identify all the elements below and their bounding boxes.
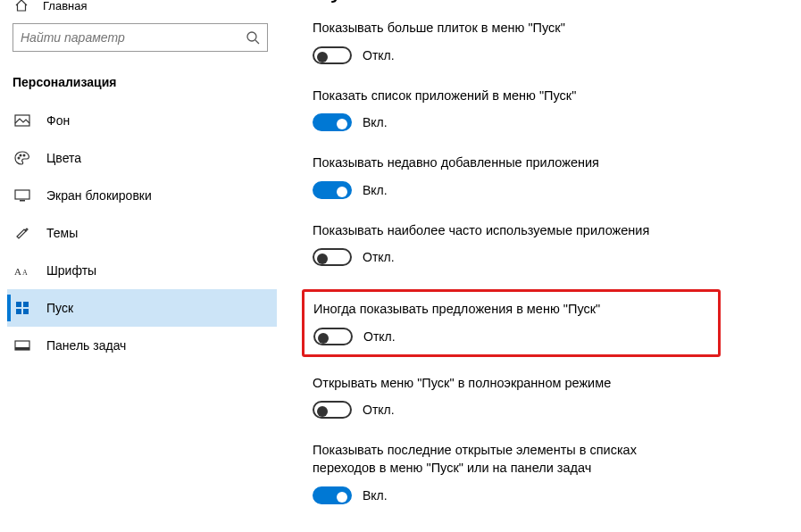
toggle-row: Вкл. — [313, 113, 801, 131]
setting-item: Иногда показывать предложения в меню "Пу… — [302, 289, 721, 357]
setting-label: Показывать наиболее часто используемые п… — [313, 222, 697, 240]
setting-item: Показывать наиболее часто используемые п… — [313, 222, 801, 267]
sidebar-item-start[interactable]: Пуск — [7, 289, 277, 327]
toggle-row: Вкл. — [313, 181, 801, 199]
sidebar-item-label: Шрифты — [46, 263, 96, 278]
setting-label: Открывать меню "Пуск" в полноэкранном ре… — [313, 375, 697, 393]
home-icon — [14, 0, 29, 12]
sidebar-item-label: Темы — [46, 226, 78, 240]
sidebar-item-themes[interactable]: Темы — [7, 214, 277, 252]
setting-item: Показывать недавно добавленные приложени… — [313, 154, 801, 199]
content-area: Пуск Показывать больше плиток в меню "Пу… — [277, 0, 801, 532]
settings-list: Показывать больше плиток в меню "Пуск"От… — [313, 20, 801, 504]
toggle-row: Откл. — [313, 401, 801, 419]
setting-label: Иногда показывать предложения в меню "Пу… — [313, 301, 697, 319]
setting-label: Показать список приложений в меню "Пуск" — [313, 87, 697, 105]
toggle-state-text: Откл. — [363, 48, 395, 62]
sidebar-item-label: Экран блокировки — [46, 188, 152, 203]
search-input[interactable] — [13, 23, 268, 52]
sidebar-item-taskbar[interactable]: Панель задач — [7, 327, 277, 364]
toggle-knob — [337, 119, 347, 129]
svg-rect-5 — [15, 190, 29, 199]
svg-rect-12 — [23, 309, 29, 314]
svg-rect-9 — [16, 302, 21, 307]
picture-icon — [14, 114, 30, 127]
taskbar-icon — [14, 340, 30, 351]
toggle-knob — [318, 333, 329, 344]
setting-item: Открывать меню "Пуск" в полноэкранном ре… — [313, 375, 801, 420]
toggle-knob — [317, 254, 328, 264]
toggle-state-text: Откл. — [363, 250, 395, 264]
sidebar-home[interactable]: Главная — [7, 0, 277, 23]
themes-icon — [14, 226, 30, 240]
sidebar-nav: Фон Цвета Экран блокировки — [7, 102, 277, 364]
sidebar: Главная Персонализация Фон — [0, 0, 277, 532]
sidebar-item-fonts[interactable]: A A Шрифты — [7, 252, 277, 289]
toggle-switch[interactable] — [313, 401, 352, 419]
svg-rect-6 — [20, 200, 25, 202]
toggle-switch[interactable] — [313, 328, 353, 345]
svg-point-2 — [18, 157, 20, 159]
search-icon — [246, 30, 260, 45]
toggle-row: Откл. — [313, 248, 801, 266]
toggle-row: Вкл. — [313, 486, 801, 504]
svg-rect-10 — [23, 302, 29, 307]
toggle-switch[interactable] — [313, 486, 352, 504]
sidebar-item-label: Панель задач — [46, 338, 126, 353]
lockscreen-icon — [14, 189, 30, 202]
svg-rect-11 — [16, 309, 21, 314]
sidebar-item-label: Пуск — [46, 301, 73, 315]
page-title: Пуск — [313, 0, 801, 4]
toggle-state-text: Вкл. — [363, 183, 388, 197]
sidebar-item-label: Фон — [46, 113, 70, 128]
svg-text:A: A — [14, 266, 21, 277]
setting-label: Показывать больше плиток в меню "Пуск" — [313, 20, 697, 37]
toggle-knob — [337, 187, 347, 197]
toggle-switch[interactable] — [313, 181, 352, 199]
sidebar-section-title: Персонализация — [7, 70, 277, 102]
toggle-row: Откл. — [313, 46, 801, 64]
toggle-knob — [317, 406, 328, 417]
setting-item: Показывать последние открытые элементы в… — [313, 442, 801, 503]
toggle-state-text: Вкл. — [363, 488, 388, 503]
fonts-icon: A A — [14, 264, 30, 277]
sidebar-item-background[interactable]: Фон — [7, 102, 277, 139]
toggle-state-text: Откл. — [363, 329, 396, 344]
setting-label: Показывать недавно добавленные приложени… — [313, 154, 697, 172]
palette-icon — [14, 151, 30, 165]
svg-point-3 — [20, 154, 21, 156]
toggle-switch[interactable] — [313, 46, 352, 64]
search-field[interactable] — [21, 30, 246, 45]
toggle-state-text: Откл. — [363, 403, 395, 417]
toggle-switch[interactable] — [313, 248, 352, 266]
sidebar-item-label: Цвета — [46, 151, 81, 165]
setting-label: Показывать последние открытые элементы в… — [313, 442, 697, 477]
sidebar-home-label: Главная — [43, 0, 87, 12]
svg-point-0 — [247, 32, 256, 41]
svg-text:A: A — [22, 269, 28, 277]
setting-item: Показывать больше плиток в меню "Пуск"От… — [313, 20, 801, 64]
sidebar-item-colors[interactable]: Цвета — [7, 139, 277, 177]
toggle-switch[interactable] — [313, 113, 352, 131]
svg-rect-14 — [15, 347, 29, 350]
toggle-knob — [317, 52, 328, 62]
toggle-knob — [337, 492, 347, 503]
start-icon — [14, 301, 30, 315]
toggle-row: Откл. — [313, 328, 709, 345]
sidebar-item-lockscreen[interactable]: Экран блокировки — [7, 177, 277, 214]
svg-point-4 — [23, 154, 25, 156]
toggle-state-text: Вкл. — [363, 115, 388, 129]
setting-item: Показать список приложений в меню "Пуск"… — [313, 87, 801, 132]
